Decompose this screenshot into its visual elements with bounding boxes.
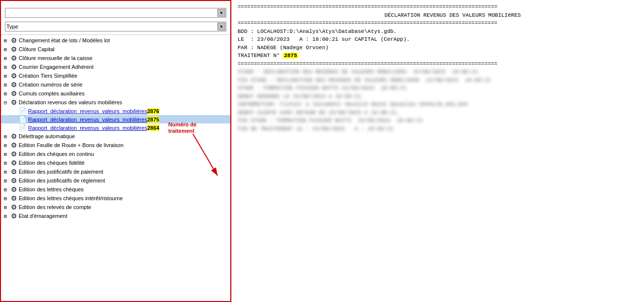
tree-item-creation-numeros[interactable]: ⊞⚙Création numéros de série [1,80,230,89]
gear-icon: ⚙ [11,98,17,106]
tree-item-label: Edition des chèques fidélité [19,160,85,166]
tree-item-etat-demarrage[interactable]: ⊞⚙Etat d'émaragement [1,211,230,220]
expand-icon: ⊞ [4,169,10,175]
report-line-5: ========================================… [238,60,638,68]
expand-icon: ⊞ [4,38,10,43]
file-icon: 📄 [19,116,27,123]
directory-dropdown-wrapper: ▼ [5,8,226,18]
tree-item-label: Edition des justificatifs de paiement [19,169,103,175]
tree-item-label: Délettrage automatique [19,133,75,139]
gear-icon: ⚙ [11,63,17,71]
tree-item-label: Edition des lettres chèques intérêt/rist… [19,195,123,201]
expand-icon: ⊞ [4,143,10,148]
tree-item-creation-tiers[interactable]: ⊞⚙Création Tiers Simplifiée [1,71,230,80]
tree-item-label: Edition Feuille de Route + Bons de livra… [19,142,123,148]
directory-select[interactable] [5,8,226,18]
report-line-1: LE : 23/08/2023 A : 18:00:21 sur CAPITAL… [238,35,638,44]
report-separator-top: ========================================… [238,3,638,11]
expand-icon: ⊞ [4,82,10,88]
expand-icon: ⊞ [4,73,10,79]
tree-container: ⊞⚙Changement état de lots / Modèles lot⊞… [1,34,230,301]
tree-item-label: Clôture mensuelle de la caisse [19,55,92,61]
report-title: DÉCLARATION REVENUS DES VALEURS MOBILIèR… [238,11,638,20]
tree-item-label: Edition des justificatifs de règlement [19,178,105,183]
gear-icon: ⚙ [11,36,17,44]
report-line-15: INFORMATION: Fichier a lancement davalid… [238,100,638,109]
expand-icon: ⊞ [4,213,10,219]
report-line-7: STADE : DECLARATION DES REVENUS DE VALEU… [238,68,638,76]
report-line-21: FIN DE TRAITEMENT LE : 23/08/2023 A : 18… [238,125,638,133]
gear-icon: ⚙ [11,81,17,89]
gear-icon: ⚙ [11,194,17,202]
expand-icon: ⊞ [4,205,10,210]
tree-item-edition-justificatifs-reglement[interactable]: ⊞⚙Edition des justificatifs de règlement [1,176,230,185]
expand-icon: ⊞ [4,196,10,201]
tree-child-rapport-2876[interactable]: 📄Rapport_déclaration_revenus_valeurs_mob… [1,107,230,115]
tree-child-rapport-2864[interactable]: 📄Rapport_déclaration_revenus_valeurs_mob… [1,123,230,132]
tree-item-label: Edition des relevés de compte [19,204,91,210]
tree-item-cumuls-comptes[interactable]: ⊞⚙Cumuls comptes auxiliaires [1,89,230,98]
sort-select[interactable]: Type [5,22,226,31]
expand-icon: ⊞ [4,134,10,139]
tree-item-cloture-capital[interactable]: ⊞⚙Clôture Capital [1,45,230,54]
tree-item-delettrage[interactable]: ⊞⚙Délettrage automatique [1,132,230,141]
tree-item-label: Clôture Capital [19,46,55,52]
gear-icon: ⚙ [11,177,17,184]
gear-icon: ⚙ [11,54,17,62]
report-content: ========================================… [232,0,644,302]
tree-child-rapport-2875[interactable]: 📄Rapport_déclaration_revenus_valeurs_mob… [1,115,230,123]
sort-section: Type ▼ [1,20,230,33]
tree-item-edition-lettres-cheques[interactable]: ⊞⚙Edition des lettres chèques [1,185,230,194]
sort-dropdown-wrapper: Type ▼ [5,22,226,31]
file-icon: 📄 [19,124,27,131]
expand-icon: ⊞ [4,160,10,166]
gear-icon: ⚙ [11,150,17,158]
report-line-14: DEBUT DEMANDE LE 23/08/2023 A 18:00:21. [238,92,638,101]
tree-item-edition-cheques-continu[interactable]: ⊞⚙Edition des chèques en continu [1,150,230,158]
gear-icon: ⚙ [11,159,17,167]
gear-icon: ⚙ [11,72,17,80]
directory-section: ▼ [1,6,230,20]
expand-icon: ⊞ [4,91,10,96]
tree-child-label: Rapport_déclaration_revenus_valeurs_mobi… [28,108,147,114]
gear-icon: ⚙ [11,168,17,176]
tree-item-label: Création numéros de série [19,82,83,88]
tree-item-label: Edition des lettres chèques [19,186,84,192]
tree-item-cloture-mensuelle[interactable]: ⊞⚙Clôture mensuelle de la caisse [1,54,230,62]
treatment-number-badge: 2875 [283,53,298,59]
report-number-badge: 2875 [147,117,159,122]
tree-item-edition-cheques-fidelite[interactable]: ⊞⚙Edition des chèques fidélité [1,158,230,167]
expand-icon: ⊞ [4,151,10,157]
tree-item-edition-lettres-interet[interactable]: ⊞⚙Edition des lettres chèques intérêt/ri… [1,194,230,203]
gear-icon: ⚙ [11,141,17,149]
gear-icon: ⚙ [11,185,17,193]
expand-icon: ⊞ [4,178,10,183]
report-line-12: STADE : FORMATION FICHIER BATTS 23/08/20… [238,84,638,92]
report-line-16: DEBUT ALERTE AVEC RETOUR DE 23/08/2023 A… [238,109,638,117]
tree-child-label: Rapport_déclaration_revenus_valeurs_mobi… [28,117,147,122]
tree-item-declaration-revenus[interactable]: ⊟⚙Déclaration revenus des valeurs mobili… [1,98,230,107]
expand-icon: ⊞ [4,64,10,70]
gear-icon: ⚙ [11,45,17,53]
tree-child-label: Rapport_déclaration_revenus_valeurs_mobi… [28,125,147,131]
report-line-9: FIN STADE : DECLARATION DES REVENUS DE V… [238,76,638,85]
expand-icon: ⊞ [4,187,10,192]
report-separator-2: ========================================… [238,19,638,28]
tree-item-label: Changement état de lots / Modèles lot [19,37,110,43]
tree-item-edition-feuille[interactable]: ⊞⚙Edition Feuille de Route + Bons de liv… [1,141,230,150]
report-number-badge: 2864 [147,125,159,131]
tree-item-courrier-engagement[interactable]: ⊞⚙Courrier Engagement Adhérent [1,62,230,71]
tree-item-label: Etat d'émaragement [19,213,67,219]
right-panel: ========================================… [231,0,644,302]
tree-item-changement-etat[interactable]: ⊞⚙Changement état de lots / Modèles lot [1,36,230,45]
expand-icon: ⊞ [4,47,10,52]
tree-item-edition-justificatifs-paiement[interactable]: ⊞⚙Edition des justificatifs de paiement [1,167,230,176]
report-line-2: PAR : NADEGE (Nadege Orvoen) [238,44,638,52]
report-number-badge: 2876 [147,108,159,114]
file-icon: 📄 [19,107,27,115]
tree-item-label: Courrier Engagement Adhérent [19,64,93,70]
tree-item-edition-releves[interactable]: ⊞⚙Edition des relevés de compte [1,203,230,211]
report-line-4: TRAITEMENT N° 2875 [238,52,638,60]
collapse-icon: ⊟ [4,100,10,105]
left-panel: Numéro de traitement ▼ Type ▼ ⊞⚙Changeme… [0,0,231,302]
